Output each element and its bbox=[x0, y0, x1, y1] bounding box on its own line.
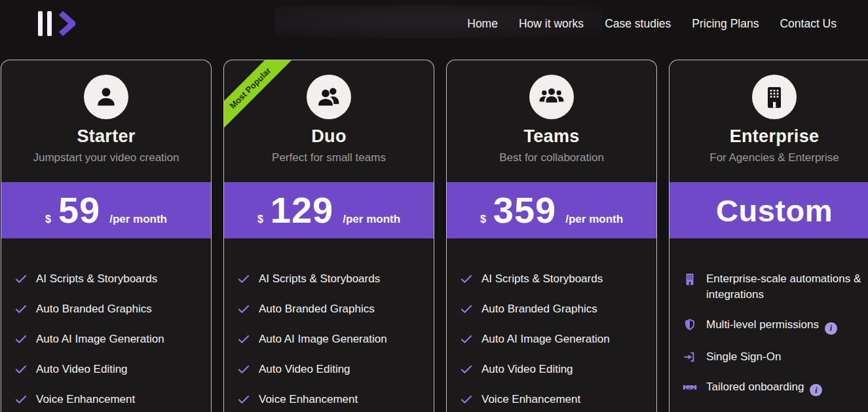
feature-row: Auto Branded Graphics bbox=[460, 301, 647, 317]
feature-row: AI Scripts & Storyboards bbox=[14, 271, 202, 287]
feature-text: Auto Video Editing bbox=[481, 362, 573, 377]
people-icon bbox=[316, 84, 342, 110]
check-icon bbox=[460, 362, 476, 377]
plan-price: $ 59 /per month bbox=[45, 192, 167, 229]
feature-text: Auto Branded Graphics bbox=[36, 301, 152, 317]
feature-text: Auto AI Image Generation bbox=[481, 331, 610, 347]
feature-text: Auto Video Editing bbox=[259, 362, 350, 377]
check-icon bbox=[460, 331, 476, 347]
feature-row: Auto AI Image Generation bbox=[14, 331, 202, 347]
feature-list: AI Scripts & Storyboards Auto Branded Gr… bbox=[447, 271, 656, 407]
check-icon bbox=[14, 331, 30, 347]
price-amount: 59 bbox=[58, 192, 100, 229]
feature-row: Voice Enhancement bbox=[460, 392, 647, 407]
feature-row: Auto Branded Graphics bbox=[237, 301, 425, 317]
play-chevron-icon bbox=[58, 10, 75, 37]
plan-price-custom: Custom bbox=[716, 193, 833, 229]
feature-row: Voice Enhancement bbox=[14, 392, 202, 407]
building-icon bbox=[761, 84, 787, 110]
check-icon bbox=[237, 301, 253, 317]
price-band: $ 129 /per month bbox=[224, 182, 434, 238]
plan-avatar bbox=[752, 75, 797, 119]
plan-card-teams: Teams Best for collaboration $ 359 /per … bbox=[446, 60, 657, 412]
feature-text: AI Scripts & Storyboards bbox=[481, 271, 603, 287]
check-icon bbox=[14, 301, 30, 317]
plan-card-starter: Starter Jumpstart your video creation $ … bbox=[1, 60, 212, 412]
check-icon bbox=[237, 331, 253, 347]
building-icon bbox=[683, 271, 700, 287]
plan-avatar bbox=[529, 75, 574, 119]
feature-text: Auto Branded Graphics bbox=[481, 301, 597, 317]
nav-item-home[interactable]: Home bbox=[467, 17, 498, 31]
pause-bar-icon bbox=[38, 11, 43, 36]
feature-list: Enterprise-scale automations & integrati… bbox=[670, 271, 868, 412]
feature-text: Voice Enhancement bbox=[259, 392, 358, 407]
check-icon bbox=[237, 271, 253, 287]
plan-avatar bbox=[84, 75, 128, 119]
nav-item-contact-us[interactable]: Contact Us bbox=[780, 17, 837, 31]
plan-card-enterprise: Enterprise For Agencies & Enterprise Cus… bbox=[669, 60, 868, 412]
brand-logo[interactable] bbox=[38, 10, 75, 37]
feature-text: Tailored onboardingi bbox=[706, 379, 822, 397]
feature-text: AI Scripts & Storyboards bbox=[36, 271, 157, 287]
price-period: /per month bbox=[565, 213, 623, 226]
feature-row: Auto Branded Graphics bbox=[14, 301, 202, 317]
feature-text: Auto Branded Graphics bbox=[259, 301, 375, 317]
check-icon bbox=[14, 271, 30, 287]
feature-row: Auto Video Editing bbox=[237, 362, 425, 377]
feature-text: Auto Video Editing bbox=[36, 362, 128, 377]
check-icon bbox=[460, 271, 476, 287]
plan-tagline: Jumpstart your video creation bbox=[1, 151, 211, 164]
plan-price: $ 359 /per month bbox=[480, 192, 623, 229]
feature-list: AI Scripts & Storyboards Auto Branded Gr… bbox=[224, 271, 434, 407]
price-period: /per month bbox=[109, 213, 167, 226]
plan-card-duo: Most Popular Duo Perfect for small teams… bbox=[223, 60, 434, 412]
pause-bar-icon bbox=[47, 11, 52, 36]
currency-symbol: $ bbox=[257, 214, 263, 225]
feature-row: Tailored onboardingi bbox=[683, 379, 868, 397]
plan-name: Enterprise bbox=[670, 126, 868, 147]
person-icon bbox=[93, 84, 119, 110]
feature-row: Auto Video Editing bbox=[460, 362, 647, 377]
price-band: Custom bbox=[670, 182, 868, 238]
plan-tagline: Best for collaboration bbox=[447, 151, 656, 164]
plan-tagline: For Agencies & Enterprise bbox=[670, 151, 868, 164]
price-amount: 359 bbox=[493, 192, 556, 229]
check-icon bbox=[460, 392, 476, 407]
feature-row: Multi-level permissionsi bbox=[683, 317, 868, 335]
handshake-icon bbox=[683, 379, 700, 395]
nav-links: HomeHow it worksCase studiesPricing Plan… bbox=[467, 17, 837, 31]
most-popular-ribbon: Most Popular bbox=[223, 60, 292, 130]
nav-item-case-studies[interactable]: Case studies bbox=[605, 17, 671, 31]
check-icon bbox=[237, 362, 253, 377]
check-icon bbox=[460, 301, 476, 317]
check-icon bbox=[14, 362, 30, 377]
feature-text: Auto AI Image Generation bbox=[259, 331, 387, 347]
nav-item-how-it-works[interactable]: How it works bbox=[519, 17, 584, 31]
info-icon[interactable]: i bbox=[825, 322, 837, 335]
plan-tagline: Perfect for small teams bbox=[224, 151, 434, 164]
feature-row: AI Scripts & Storyboards bbox=[460, 271, 647, 287]
price-period: /per month bbox=[343, 213, 400, 226]
price-amount: 129 bbox=[271, 192, 333, 229]
currency-symbol: $ bbox=[45, 214, 51, 225]
feature-row: Auto AI Image Generation bbox=[237, 331, 425, 347]
feature-text: Voice Enhancement bbox=[481, 392, 580, 407]
feature-text: Auto AI Image Generation bbox=[36, 331, 164, 347]
feature-text: AI Scripts & Storyboards bbox=[259, 271, 380, 287]
users-group-icon bbox=[538, 84, 565, 110]
plan-name: Duo bbox=[224, 126, 434, 147]
plan-avatar bbox=[307, 75, 351, 119]
feature-row: Enterprise-scale automations & integrati… bbox=[683, 271, 868, 303]
feature-list: AI Scripts & Storyboards Auto Branded Gr… bbox=[1, 271, 211, 407]
check-icon bbox=[14, 392, 30, 407]
info-icon[interactable]: i bbox=[810, 384, 822, 396]
feature-row: Auto AI Image Generation bbox=[460, 331, 647, 347]
pricing-cards-row: Starter Jumpstart your video creation $ … bbox=[0, 60, 868, 412]
currency-symbol: $ bbox=[480, 214, 486, 225]
feature-row: Voice Enhancement bbox=[237, 392, 425, 407]
feature-text: Single Sign-On bbox=[706, 349, 781, 365]
feature-row: Single Sign-On bbox=[683, 349, 868, 365]
nav-item-pricing-plans[interactable]: Pricing Plans bbox=[692, 17, 759, 31]
feature-row: Auto Video Editing bbox=[14, 362, 202, 377]
